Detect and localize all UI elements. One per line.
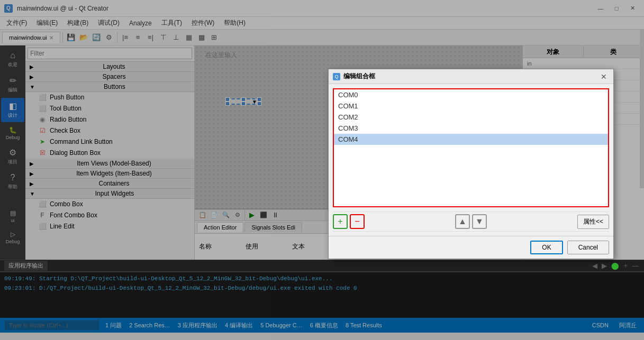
modal-close-button[interactable]: ✕: [598, 71, 609, 82]
modal-ok-button[interactable]: OK: [530, 241, 563, 254]
list-item-com2[interactable]: COM2: [334, 112, 608, 123]
modal-dialog: Q 编辑组合框 ✕ COM0 COM1 COM2 COM3 COM4 + − ▲…: [328, 69, 614, 259]
modal-toolbar: + − ▲ ▼ 属性<<: [333, 212, 609, 232]
modal-overlay: Q 编辑组合框 ✕ COM0 COM1 COM2 COM3 COM4 + − ▲…: [0, 0, 644, 340]
modal-cancel-button[interactable]: Cancel: [567, 241, 609, 254]
modal-icon: Q: [333, 73, 340, 80]
modal-title: 编辑组合框: [343, 72, 595, 81]
modal-down-button[interactable]: ▼: [472, 214, 487, 229]
modal-body: COM0 COM1 COM2 COM3 COM4 + − ▲ ▼ 属性<<: [329, 84, 613, 236]
modal-footer: OK Cancel: [329, 236, 613, 259]
modal-list[interactable]: COM0 COM1 COM2 COM3 COM4: [333, 88, 609, 207]
modal-up-button[interactable]: ▲: [455, 214, 470, 229]
modal-remove-button[interactable]: −: [350, 214, 365, 229]
list-item-com4[interactable]: COM4: [334, 134, 608, 145]
modal-add-button[interactable]: +: [333, 214, 348, 229]
list-item-com1[interactable]: COM1: [334, 100, 608, 112]
modal-attr-button[interactable]: 属性<<: [577, 215, 609, 229]
list-item-com3[interactable]: COM3: [334, 123, 608, 134]
modal-title-bar: Q 编辑组合框 ✕: [329, 69, 613, 84]
list-item-com0[interactable]: COM0: [334, 89, 608, 100]
